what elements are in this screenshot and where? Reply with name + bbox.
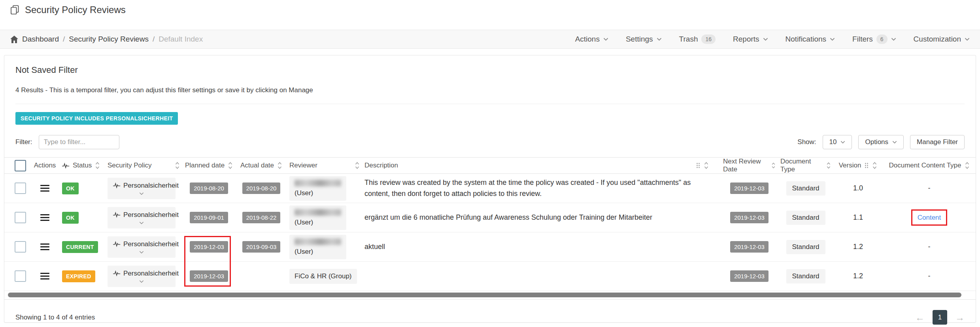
- table-toolbar: Filter: Show: 10 Options Manage Filter: [4, 130, 976, 157]
- page-number-button[interactable]: 1: [933, 310, 947, 325]
- sort-icon[interactable]: [355, 162, 360, 169]
- col-actions: Actions: [34, 162, 56, 169]
- page-size-select[interactable]: 10: [823, 135, 852, 149]
- table-row: CURRENT Personalsicherheit 2019-12-03 20…: [4, 232, 976, 262]
- sort-icon[interactable]: [826, 162, 831, 169]
- col-planned-date: Planned date: [185, 162, 225, 169]
- active-filter-chip[interactable]: SECURITY POLICY INCLUDES PERSONALSICHERH…: [15, 112, 178, 125]
- sort-icon[interactable]: [704, 162, 709, 169]
- actual-date-badge: 2019-08-20: [242, 183, 281, 194]
- breadcrumb-security-policy-reviews[interactable]: Security Policy Reviews: [69, 35, 149, 44]
- col-security-policy: Security Policy: [108, 162, 151, 169]
- planned-date-badge: 2019-08-20: [190, 183, 228, 194]
- sort-icon[interactable]: [872, 162, 877, 169]
- chevron-down-icon: [892, 141, 897, 144]
- document-type-cell: Standard: [786, 181, 825, 196]
- options-button[interactable]: Options: [858, 135, 904, 149]
- row-actions-menu-icon[interactable]: [40, 213, 49, 222]
- breadcrumb-default-index: Default Index: [159, 35, 203, 44]
- actual-date-badge: 2019-09-03: [242, 241, 281, 253]
- document-type-cell: Standard: [786, 240, 825, 254]
- menu-actions[interactable]: Actions: [575, 35, 608, 44]
- col-version: Version: [839, 162, 861, 169]
- sort-icon[interactable]: [771, 162, 776, 169]
- reviews-table: Actions Status Security Policy Planned d…: [4, 157, 976, 291]
- pulse-icon: [62, 163, 70, 169]
- sort-icon[interactable]: [175, 162, 180, 169]
- document-type-cell: Standard: [786, 269, 825, 283]
- row-actions-menu-icon[interactable]: [40, 242, 49, 252]
- row-checkbox[interactable]: [15, 241, 26, 253]
- redacted-reviewer-name: [295, 180, 341, 186]
- pulse-icon: [113, 183, 121, 188]
- description-text: aktuell: [364, 241, 385, 253]
- col-status: Status: [73, 162, 92, 169]
- app-header: Security Policy Reviews: [0, 0, 980, 20]
- content-link[interactable]: Content: [918, 214, 941, 221]
- column-resize-icon[interactable]: [864, 162, 869, 169]
- next-review-date-badge: 2019-12-03: [730, 212, 769, 223]
- row-actions-menu-icon[interactable]: [40, 271, 49, 281]
- document-type-cell: Standard: [786, 211, 825, 225]
- chevron-down-icon: [830, 38, 835, 41]
- manage-filter-button[interactable]: Manage Filter: [910, 135, 965, 149]
- pagination: ← 1 →: [915, 310, 965, 325]
- home-icon[interactable]: [10, 36, 18, 43]
- top-menu: Actions Settings Trash 16 Reports Notifi…: [575, 34, 970, 44]
- sort-icon[interactable]: [965, 162, 970, 169]
- menu-reports[interactable]: Reports: [733, 35, 768, 44]
- annotation-highlight-box: Content: [911, 209, 948, 226]
- row-checkbox[interactable]: [15, 270, 26, 282]
- security-policy-dropdown[interactable]: Personalsicherheit: [108, 266, 176, 287]
- chevron-down-icon: [657, 38, 662, 41]
- version-cell: 1.2: [853, 272, 863, 280]
- sort-icon[interactable]: [95, 162, 100, 169]
- version-cell: 1.2: [853, 243, 863, 251]
- security-policy-dropdown[interactable]: Personalsicherheit: [108, 236, 176, 258]
- chevron-down-icon: [763, 38, 768, 41]
- filter-panel-title: Not Saved Filter: [15, 65, 965, 75]
- filter-input-wrap: [39, 135, 119, 149]
- filter-results-card: Not Saved Filter 4 Results - This is a t…: [4, 55, 976, 323]
- col-description: Description: [364, 162, 398, 169]
- menu-trash[interactable]: Trash 16: [679, 34, 716, 44]
- menu-notifications[interactable]: Notifications: [786, 35, 835, 44]
- document-content-type-cell: -: [928, 272, 931, 280]
- status-badge: CURRENT: [62, 241, 98, 253]
- security-policy-dropdown[interactable]: Personalsicherheit: [108, 178, 176, 199]
- show-label: Show:: [797, 138, 816, 146]
- select-all-checkbox[interactable]: [15, 160, 26, 171]
- table-footer: Showing 1 to 4 of 4 entries ← 1 →: [4, 300, 976, 327]
- status-badge: EXPIRED: [62, 270, 95, 282]
- menu-settings[interactable]: Settings: [626, 35, 662, 44]
- security-policy-dropdown[interactable]: Personalsicherheit: [108, 207, 176, 228]
- pulse-icon: [113, 270, 121, 276]
- horizontal-scrollbar[interactable]: [8, 293, 961, 297]
- col-document-type: Document Type: [780, 158, 823, 173]
- reviewer-type-label: (User): [295, 248, 341, 256]
- table-header-row: Actions Status Security Policy Planned d…: [4, 157, 976, 174]
- menu-filters[interactable]: Filters 6: [852, 34, 896, 44]
- sort-icon[interactable]: [277, 162, 282, 169]
- row-checkbox[interactable]: [15, 183, 26, 194]
- filter-input[interactable]: [44, 138, 131, 146]
- menu-customization[interactable]: Customization: [914, 35, 970, 44]
- previous-page-arrow-icon[interactable]: ←: [915, 313, 925, 322]
- column-resize-icon[interactable]: [696, 162, 701, 169]
- reviewer-cell: (User): [289, 176, 346, 201]
- pulse-icon: [113, 212, 121, 218]
- row-checkbox[interactable]: [15, 212, 26, 223]
- next-page-arrow-icon[interactable]: →: [955, 313, 965, 322]
- copy-pages-icon: [10, 5, 19, 15]
- row-actions-menu-icon[interactable]: [40, 183, 49, 193]
- planned-date-badge: 2019-09-01: [190, 212, 228, 223]
- sort-icon[interactable]: [228, 162, 233, 169]
- planned-date-badge: 2019-12-03: [190, 241, 228, 253]
- col-actual-date: Actual date: [240, 162, 274, 169]
- breadcrumb-bar: Dashboard / Security Policy Reviews / De…: [0, 30, 980, 49]
- next-review-date-badge: 2019-12-03: [730, 270, 769, 282]
- status-badge: OK: [62, 212, 79, 224]
- redacted-reviewer-name: [295, 209, 341, 216]
- breadcrumb-dashboard[interactable]: Dashboard: [22, 35, 59, 44]
- document-content-type-cell: -: [928, 243, 931, 251]
